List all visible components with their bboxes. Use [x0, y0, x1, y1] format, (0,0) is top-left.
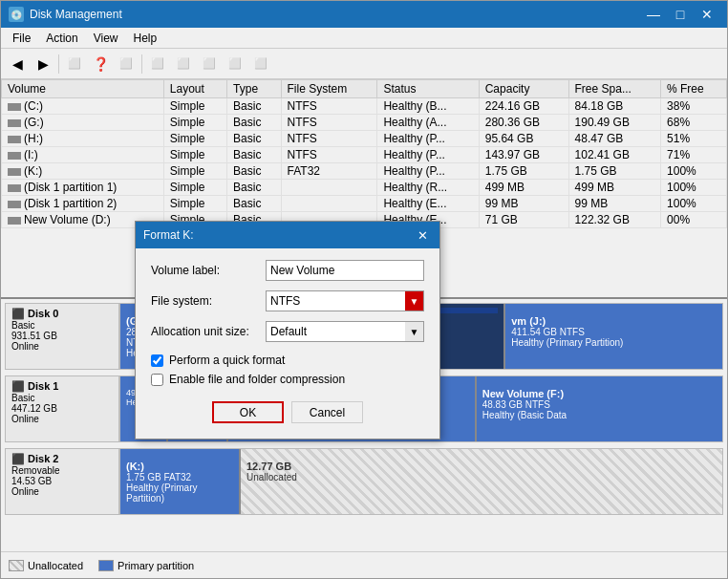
cell-pct: 100% [661, 180, 727, 196]
disk-0-part-3-header [511, 308, 717, 313]
toolbar-btn-2[interactable]: ❓ [88, 53, 113, 75]
toolbar-btn-1[interactable]: ⬜ [62, 53, 87, 75]
cell-fs: NTFS [281, 115, 377, 131]
col-capacity[interactable]: Capacity [479, 80, 568, 98]
allocation-select[interactable]: Default 512 1024 2048 4096 [266, 321, 424, 342]
menu-file[interactable]: File [5, 30, 38, 46]
table-row[interactable]: (G:) Simple Basic NTFS Healthy (A... 280… [2, 115, 727, 131]
cell-pct: 38% [661, 98, 727, 115]
disk-1-part-4-size: 48.83 GB NTFS [482, 399, 717, 410]
cell-fs: FAT32 [281, 163, 377, 180]
col-free[interactable]: Free Spa... [568, 80, 661, 98]
disk-2-status: Online [11, 486, 113, 497]
disk-1-part-4-status: Healthy (Basic Data [482, 410, 717, 420]
menu-help[interactable]: Help [126, 30, 165, 46]
table-row[interactable]: (I:) Simple Basic NTFS Healthy (P... 143… [2, 147, 727, 163]
quick-format-label[interactable]: Perform a quick format [169, 354, 285, 367]
table-row[interactable]: (K:) Simple Basic FAT32 Healthy (P... 1.… [2, 163, 727, 180]
back-button[interactable]: ◀ [5, 53, 30, 75]
forward-button[interactable]: ▶ [31, 53, 55, 75]
toolbar-separator-1 [58, 54, 59, 74]
cell-pct: 00% [661, 212, 727, 228]
disk-0-status: Online [11, 341, 113, 352]
allocation-select-wrap: Default 512 1024 2048 4096 ▼ [266, 321, 424, 342]
cell-capacity: 1.75 GB [479, 163, 568, 180]
file-system-select[interactable]: NTFS FAT32 exFAT [266, 290, 424, 311]
title-bar-left: 💿 Disk Management [9, 7, 122, 22]
title-bar: 💿 Disk Management — □ ✕ [1, 1, 727, 28]
toolbar-btn-5[interactable]: ⬜ [171, 53, 196, 75]
close-button[interactable]: ✕ [695, 5, 719, 24]
disk-1-part-4-header [482, 380, 717, 386]
disk-0-part-3-size: 411.54 GB NTFS [511, 327, 717, 337]
cell-capacity: 99 MB [479, 196, 568, 212]
toolbar-btn-6[interactable]: ⬜ [197, 53, 222, 75]
file-system-label: File system: [151, 294, 266, 308]
toolbar-separator-2 [141, 54, 142, 74]
col-volume[interactable]: Volume [2, 80, 164, 98]
table-row[interactable]: (C:) Simple Basic NTFS Healthy (B... 224… [2, 98, 727, 115]
toolbar-btn-7[interactable]: ⬜ [223, 53, 247, 75]
col-layout[interactable]: Layout [163, 80, 226, 98]
cell-type: Basic [227, 98, 281, 115]
cell-type: Basic [227, 196, 281, 212]
col-pct[interactable]: % Free [661, 80, 727, 98]
cell-capacity: 95.64 GB [479, 131, 568, 147]
cell-layout: Simple [163, 98, 226, 115]
cell-pct: 51% [661, 131, 727, 147]
ok-button[interactable]: OK [212, 401, 284, 423]
col-status[interactable]: Status [377, 80, 479, 98]
cell-volume: (Disk 1 partition 1) [2, 180, 164, 196]
dialog-buttons: OK Cancel [151, 401, 424, 427]
col-type[interactable]: Type [227, 80, 281, 98]
cell-fs [281, 180, 377, 196]
col-fs[interactable]: File System [281, 80, 377, 98]
disk-2-partitions: (K:) 1.75 GB FAT32 Healthy (Primary Part… [119, 448, 723, 515]
table-row[interactable]: (Disk 1 partition 1) Simple Basic Health… [2, 180, 727, 196]
menu-action[interactable]: Action [38, 30, 85, 46]
compression-row: Enable file and folder compression [151, 373, 424, 386]
cancel-button[interactable]: Cancel [291, 401, 363, 423]
disk-2-part-2[interactable]: 12.77 GB Unallocated [241, 449, 722, 514]
dialog-close-button[interactable]: ✕ [413, 226, 432, 244]
disk-2-part-1[interactable]: (K:) 1.75 GB FAT32 Healthy (Primary Part… [120, 449, 241, 514]
maximize-button[interactable]: □ [668, 5, 693, 24]
cell-status: Healthy (P... [377, 147, 479, 163]
cell-free: 48.47 GB [568, 131, 661, 147]
cell-capacity: 280.36 GB [479, 115, 568, 131]
cell-layout: Simple [163, 196, 226, 212]
disk-2-part-1-status: Healthy (Primary Partition) [126, 482, 233, 504]
cell-type: Basic [227, 163, 281, 180]
volume-label-input[interactable] [266, 260, 424, 281]
compression-label[interactable]: Enable file and folder compression [169, 373, 345, 386]
table-row[interactable]: (H:) Simple Basic NTFS Healthy (P... 95.… [2, 131, 727, 147]
allocation-row: Allocation unit size: Default 512 1024 2… [151, 321, 424, 342]
dialog-title-text: Format K: [143, 228, 194, 242]
quick-format-row: Perform a quick format [151, 354, 424, 367]
disk-1-part-4-name: New Volume (F:) [482, 388, 717, 399]
disk-2-part-2-status: Unallocated [246, 472, 717, 482]
disk-0-type: Basic [11, 320, 113, 331]
dialog-body: Volume label: File system: NTFS FAT32 ex… [136, 248, 439, 439]
cell-layout: Simple [163, 115, 226, 131]
cell-volume: (C:) [2, 98, 164, 115]
disk-0-part-3[interactable]: vm (J:) 411.54 GB NTFS Healthy (Primary … [505, 304, 722, 369]
cell-fs: NTFS [281, 98, 377, 115]
cell-free: 499 MB [568, 180, 661, 196]
legend-primary: Primary partition [98, 560, 194, 571]
toolbar-btn-4[interactable]: ⬜ [145, 53, 170, 75]
toolbar-btn-8[interactable]: ⬜ [248, 53, 273, 75]
compression-checkbox[interactable] [151, 374, 163, 386]
toolbar-btn-3[interactable]: ⬜ [114, 53, 139, 75]
minimize-button[interactable]: — [641, 5, 666, 24]
toolbar: ◀ ▶ ⬜ ❓ ⬜ ⬜ ⬜ ⬜ ⬜ ⬜ [1, 49, 727, 79]
disk-2-size: 14.53 GB [11, 476, 113, 486]
disk-1-part-4[interactable]: New Volume (F:) 48.83 GB NTFS Healthy (B… [477, 376, 722, 441]
cell-volume: (H:) [2, 131, 164, 147]
menu-view[interactable]: View [86, 30, 126, 46]
table-row[interactable]: (Disk 1 partition 2) Simple Basic Health… [2, 196, 727, 212]
cell-layout: Simple [163, 147, 226, 163]
cell-free: 99 MB [568, 196, 661, 212]
cell-free: 102.41 GB [568, 147, 661, 163]
quick-format-checkbox[interactable] [151, 354, 163, 367]
